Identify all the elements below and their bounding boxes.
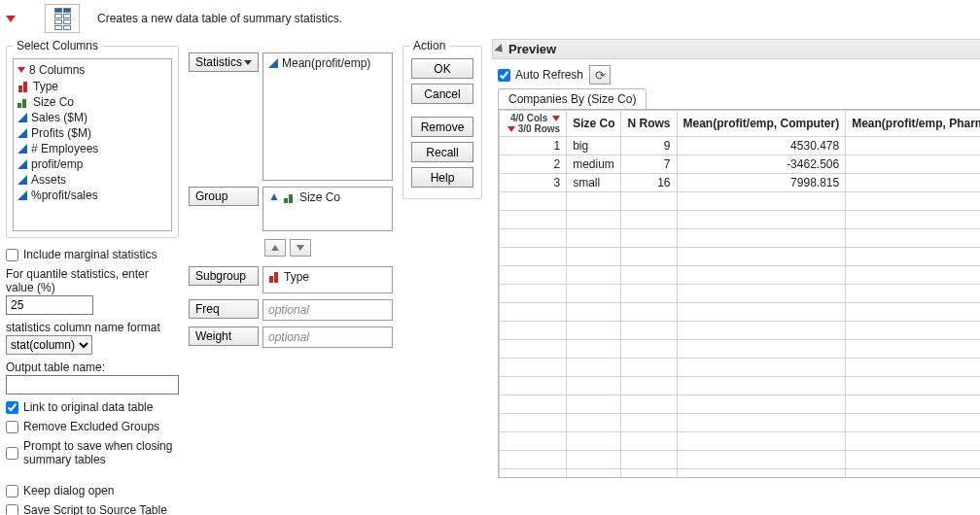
ok-button[interactable]: OK — [411, 58, 473, 79]
link-original-checkbox[interactable]: Link to original data table — [6, 400, 179, 414]
help-button[interactable]: Help — [411, 167, 473, 188]
chevron-down-icon — [244, 60, 252, 65]
weight-button[interactable]: Weight — [189, 326, 259, 346]
cols-menu-dropdown[interactable] — [552, 116, 560, 121]
nominal-icon — [268, 271, 280, 283]
prompt-save-checkbox[interactable]: Prompt to save when closing summary tabl… — [6, 439, 179, 466]
list-item[interactable]: Sales ($M) — [18, 110, 167, 125]
refresh-icon: ⟳ — [595, 68, 606, 83]
group-button[interactable]: Group — [189, 187, 259, 206]
stat-format-select[interactable]: stat(column) — [6, 335, 92, 355]
freq-button[interactable]: Freq — [189, 299, 259, 319]
dialog-description: Creates a new data table of summary stat… — [97, 12, 342, 25]
remove-button[interactable]: Remove — [411, 117, 473, 137]
table-corner[interactable]: 4/0 Cols 3/0 Rows — [500, 111, 567, 137]
continuous-icon — [18, 144, 27, 154]
recall-button[interactable]: Recall — [411, 142, 473, 162]
main-menu-dropdown[interactable] — [6, 16, 16, 22]
col-header[interactable]: Size Co — [567, 111, 621, 137]
save-script-checkbox[interactable]: Save Script to Source Table — [6, 503, 179, 515]
action-group: Action OK Cancel Remove Recall Help — [402, 39, 482, 199]
output-name-label: Output table name: — [6, 360, 179, 374]
list-item[interactable]: # Employees — [18, 141, 167, 156]
ordinal-icon — [18, 96, 29, 108]
table-row[interactable]: 2 medium 7 -3462.506 24035.115 — [500, 155, 981, 174]
continuous-icon — [18, 159, 27, 169]
col-header[interactable]: Mean(profit/emp, Pharmaceutical) — [846, 111, 980, 137]
means-icon: ▲ — [268, 191, 280, 203]
columns-listbox[interactable]: 8 Columns Type Size Co Sales ($M) Profit… — [13, 58, 172, 231]
nominal-icon — [18, 81, 29, 92]
disclosure-icon[interactable] — [494, 43, 506, 54]
select-columns-group: Select Columns 8 Columns Type Size Co Sa… — [6, 39, 179, 238]
list-item[interactable]: Type — [18, 79, 167, 94]
select-columns-legend: Select Columns — [13, 39, 102, 52]
columns-menu-dropdown[interactable] — [18, 67, 25, 73]
group-box[interactable]: ▲ Size Co — [262, 187, 393, 231]
cancel-button[interactable]: Cancel — [411, 84, 473, 104]
move-down-button[interactable] — [290, 239, 311, 257]
quantile-input[interactable] — [6, 295, 93, 315]
continuous-icon — [18, 113, 27, 122]
col-header[interactable]: N Rows — [621, 111, 677, 137]
refresh-button[interactable]: ⟳ — [589, 65, 611, 85]
continuous-icon — [18, 175, 27, 185]
col-header[interactable]: Mean(profit/emp, Computer) — [677, 111, 846, 137]
tabulate-icon — [45, 4, 80, 33]
keep-open-checkbox[interactable]: Keep dialog open — [6, 484, 179, 498]
list-item[interactable]: profit/emp — [18, 156, 167, 172]
table-row[interactable]: 1 big 9 4530.478 17140.699 — [500, 137, 981, 155]
action-legend: Action — [409, 39, 449, 52]
auto-refresh-checkbox[interactable]: Auto Refresh — [498, 68, 583, 82]
continuous-icon — [268, 58, 278, 68]
freq-box[interactable]: optional — [262, 299, 393, 321]
remove-excluded-checkbox[interactable]: Remove Excluded Groups — [6, 420, 179, 433]
ordinal-icon — [284, 191, 296, 203]
table-row[interactable]: 3 small 16 7998.815 38337.191 — [500, 174, 981, 192]
preview-table-wrap[interactable]: 4/0 Cols 3/0 Rows Size Co N Rows Mean(pr… — [498, 109, 980, 478]
move-up-button[interactable] — [264, 239, 286, 257]
statistics-button[interactable]: Statistics — [189, 52, 259, 72]
rows-menu-dropdown[interactable] — [508, 126, 515, 132]
subgroup-button[interactable]: Subgroup — [189, 266, 259, 286]
subgroup-box[interactable]: Type — [262, 266, 393, 293]
continuous-icon — [18, 190, 27, 200]
quantile-label: For quantile statistics, enter value (%) — [6, 267, 179, 294]
weight-box[interactable]: optional — [262, 326, 393, 348]
list-item[interactable]: %profit/sales — [18, 188, 167, 203]
include-marginal-checkbox[interactable]: Include marginal statistics — [6, 248, 179, 261]
continuous-icon — [18, 128, 27, 138]
columns-count: 8 Columns — [29, 63, 85, 77]
statistics-box[interactable]: Mean(profit/emp) — [262, 52, 393, 181]
list-item[interactable]: Assets — [18, 172, 167, 188]
list-item[interactable]: Profits ($M) — [18, 125, 167, 141]
preview-table: 4/0 Cols 3/0 Rows Size Co N Rows Mean(pr… — [499, 110, 980, 478]
output-name-input[interactable] — [6, 375, 179, 395]
preview-title: Preview — [508, 42, 556, 56]
stat-format-label: statistics column name format — [6, 321, 179, 334]
list-item[interactable]: Size Co — [18, 94, 167, 110]
preview-tab[interactable]: Companies By (Size Co) — [498, 88, 647, 109]
